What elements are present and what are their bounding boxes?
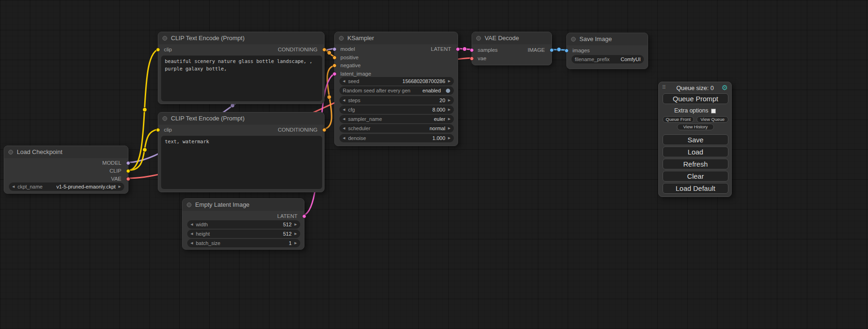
input-port-model[interactable]	[332, 47, 337, 51]
queue-panel[interactable]: ⠿ Queue size: 0 ⚙ Queue Prompt Extra opt…	[658, 82, 732, 197]
node-title-bar[interactable]: VAE Decode	[472, 32, 551, 44]
decrement-arrow-icon[interactable]: ◀	[343, 96, 345, 105]
node-load-checkpoint[interactable]: Load Checkpoint MODEL CLIP VAE ◀ ckpt_na…	[4, 146, 128, 194]
increment-arrow-icon[interactable]: ▶	[448, 96, 451, 105]
input-port-vae[interactable]	[470, 56, 474, 61]
collapse-dot-icon[interactable]	[339, 36, 344, 41]
steps-widget[interactable]: ◀ steps 20 ▶	[339, 96, 454, 105]
increment-arrow-icon[interactable]: ▶	[295, 220, 297, 229]
extra-options-checkbox[interactable]	[711, 109, 716, 113]
input-port-latent-image[interactable]	[332, 72, 337, 76]
output-port-clip[interactable]	[126, 169, 130, 173]
refresh-button[interactable]: Refresh	[663, 159, 728, 169]
decrement-arrow-icon[interactable]: ◀	[343, 124, 345, 133]
decrement-arrow-icon[interactable]: ◀	[343, 134, 345, 142]
queue-front-button[interactable]: Queue Front	[663, 116, 694, 123]
widget-label: cfg	[348, 107, 355, 112]
output-port-vae[interactable]	[126, 177, 130, 181]
node-vae-decode[interactable]: VAE Decode samples vae IMAGE	[472, 32, 552, 65]
load-button[interactable]: Load	[663, 147, 728, 157]
node-save-image[interactable]: Save Image images filename_prefix ComfyU…	[566, 33, 648, 69]
output-port-image[interactable]	[550, 48, 554, 52]
decrement-arrow-icon[interactable]: ◀	[191, 230, 193, 238]
random-seed-toggle-widget[interactable]: Random seed after every gen enabled	[339, 86, 454, 95]
output-port-conditioning[interactable]	[322, 48, 326, 52]
node-title-bar[interactable]: Empty Latent Image	[183, 199, 304, 211]
wire-midpoint-dot	[143, 148, 147, 152]
increment-arrow-icon[interactable]: ▶	[119, 182, 121, 191]
ckpt-name-widget[interactable]: ◀ ckpt_name v1-5-pruned-emaonly.ckpt ▶	[9, 182, 124, 191]
decrement-arrow-icon[interactable]: ◀	[343, 77, 345, 85]
cfg-widget[interactable]: ◀ cfg 8.000 ▶	[339, 105, 454, 114]
collapse-dot-icon[interactable]	[8, 150, 13, 154]
collapse-dot-icon[interactable]	[187, 203, 191, 207]
output-port-latent[interactable]	[456, 47, 460, 51]
output-port-latent[interactable]	[302, 214, 306, 218]
input-label-clip: clip	[164, 126, 172, 133]
node-title-bar[interactable]: CLIP Text Encode (Prompt)	[158, 112, 324, 125]
widget-value: euler	[434, 116, 445, 122]
clear-button[interactable]: Clear	[663, 171, 728, 182]
view-queue-button[interactable]: View Queue	[697, 116, 728, 123]
input-port-positive[interactable]	[332, 56, 337, 60]
collapse-dot-icon[interactable]	[476, 36, 481, 41]
widget-value: 512	[283, 222, 291, 227]
input-port-clip[interactable]	[156, 48, 160, 52]
input-port-images[interactable]	[565, 49, 569, 53]
node-title-bar[interactable]: KSampler	[335, 32, 458, 44]
input-label-images: images	[572, 47, 590, 54]
toggle-dot-icon[interactable]	[445, 88, 451, 93]
load-default-button[interactable]: Load Default	[663, 183, 728, 194]
scheduler-widget[interactable]: ◀ scheduler normal ▶	[339, 124, 454, 133]
decrement-arrow-icon[interactable]: ◀	[191, 220, 193, 229]
save-button[interactable]: Save	[663, 134, 728, 145]
increment-arrow-icon[interactable]: ▶	[448, 124, 451, 133]
widget-label: scheduler	[348, 126, 370, 131]
node-title-bar[interactable]: CLIP Text Encode (Prompt)	[158, 32, 324, 44]
queue-prompt-button[interactable]: Queue Prompt	[663, 93, 728, 104]
node-ksampler[interactable]: KSampler model positive negative latent_…	[334, 32, 458, 146]
node-empty-latent-image[interactable]: Empty Latent Image LATENT ◀ width 512 ▶ …	[182, 198, 304, 250]
collapse-dot-icon[interactable]	[162, 36, 167, 41]
increment-arrow-icon[interactable]: ▶	[448, 77, 451, 85]
denoise-widget[interactable]: ◀ denoise 1.000 ▶	[339, 134, 454, 142]
seed-widget[interactable]: ◀ seed 156680208700286 ▶	[339, 77, 454, 85]
widget-label: width	[196, 222, 208, 227]
decrement-arrow-icon[interactable]: ◀	[12, 182, 14, 191]
output-port-conditioning[interactable]	[322, 128, 326, 132]
decrement-arrow-icon[interactable]: ◀	[191, 239, 193, 247]
node-title-bar[interactable]: Save Image	[567, 33, 648, 45]
height-widget[interactable]: ◀ height 512 ▶	[187, 230, 300, 238]
increment-arrow-icon[interactable]: ▶	[295, 230, 297, 238]
input-port-samples[interactable]	[470, 48, 474, 52]
wire-midpoint-dot	[557, 48, 561, 52]
settings-gear-icon[interactable]: ⚙	[722, 84, 728, 92]
increment-arrow-icon[interactable]: ▶	[295, 239, 297, 247]
collapse-dot-icon[interactable]	[162, 116, 167, 121]
batch-size-widget[interactable]: ◀ batch_size 1 ▶	[187, 239, 300, 247]
prompt-textarea[interactable]: text, watermark	[161, 136, 322, 189]
widget-label: filename_prefix	[575, 56, 610, 62]
node-title-bar[interactable]: Load Checkpoint	[4, 146, 128, 158]
input-label-negative: negative	[340, 62, 360, 69]
prompt-textarea[interactable]: beautiful scenery nature glass bottle la…	[161, 56, 322, 101]
increment-arrow-icon[interactable]: ▶	[448, 105, 451, 114]
sampler-name-widget[interactable]: ◀ sampler_name euler ▶	[339, 115, 454, 123]
input-port-clip[interactable]	[156, 128, 160, 132]
queue-size-label: Queue size: 0	[659, 84, 731, 91]
decrement-arrow-icon[interactable]: ◀	[343, 105, 345, 114]
node-clip-text-encode-positive[interactable]: CLIP Text Encode (Prompt) clip CONDITION…	[158, 32, 325, 104]
node-clip-text-encode-negative[interactable]: CLIP Text Encode (Prompt) clip CONDITION…	[158, 112, 325, 192]
output-port-model[interactable]	[126, 161, 130, 165]
collapse-dot-icon[interactable]	[571, 37, 576, 42]
increment-arrow-icon[interactable]: ▶	[448, 134, 451, 142]
input-port-negative[interactable]	[332, 63, 337, 68]
width-widget[interactable]: ◀ width 512 ▶	[187, 220, 300, 229]
filename-prefix-widget[interactable]: filename_prefix ComfyUI	[572, 55, 644, 63]
view-history-button[interactable]: View History	[677, 124, 714, 130]
increment-arrow-icon[interactable]: ▶	[448, 115, 451, 123]
widget-value: 1.000	[432, 135, 445, 141]
decrement-arrow-icon[interactable]: ◀	[343, 115, 345, 123]
node-title: Load Checkpoint	[17, 148, 63, 155]
node-graph-canvas[interactable]: Load Checkpoint MODEL CLIP VAE ◀ ckpt_na…	[0, 0, 868, 329]
